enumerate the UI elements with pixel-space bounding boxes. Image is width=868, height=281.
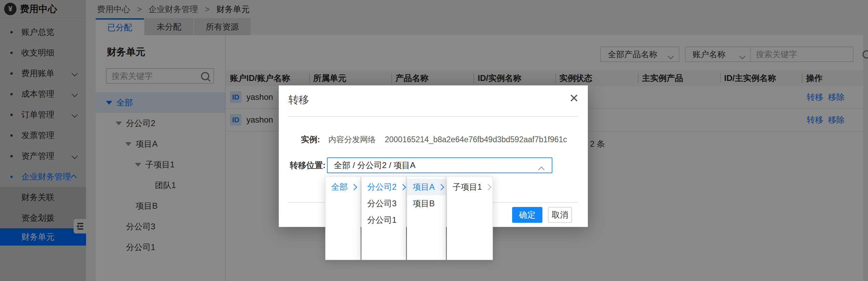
cascader-column-1: 全部 <box>325 176 361 260</box>
modal-header-divider <box>288 116 578 117</box>
chevron-right-icon <box>351 184 357 190</box>
instance-row: 实例: 内容分发网络 2000165214_b8a2e64e76fb49d3bd… <box>301 134 567 145</box>
cascader-option-label: 分公司1 <box>367 215 396 226</box>
transfer-position-value: 全部 / 分公司2 / 项目A <box>334 160 415 171</box>
instance-label: 实例: <box>301 134 320 145</box>
cascader-column-4: 子项目1 <box>447 176 493 260</box>
cancel-button[interactable]: 取消 <box>548 207 572 223</box>
billing-center-app: ¥ 费用中心 账户总览 收支明细 费用账单 成本管理 <box>0 0 868 281</box>
instance-id: 2000165214_b8a2e64e76fb49d3bd592aaf7b1f9… <box>385 135 567 144</box>
cascader-option-label: 分公司3 <box>367 198 396 209</box>
modal-title: 转移 <box>288 93 309 107</box>
transfer-position-label: 转移位置: <box>290 160 326 171</box>
cascader-option-project-a[interactable]: 项目A <box>407 179 446 195</box>
cascader-option-label: 项目A <box>413 181 435 192</box>
cascader-column-2: 分公司2 分公司3 分公司1 <box>361 176 406 260</box>
cascader-option-branch3[interactable]: 分公司3 <box>362 195 406 212</box>
chevron-up-icon <box>540 164 544 174</box>
chevron-right-icon <box>438 184 444 190</box>
cascader-option-subproject1[interactable]: 子项目1 <box>447 179 493 195</box>
cascader-option-label: 项目B <box>413 198 435 209</box>
cascader-column-3: 项目A 项目B <box>407 176 446 260</box>
chevron-right-icon <box>485 184 491 190</box>
cascader-option-branch2[interactable]: 分公司2 <box>362 179 406 195</box>
cascader-option-all[interactable]: 全部 <box>326 179 360 195</box>
cascader-option-label: 子项目1 <box>453 181 482 192</box>
instance-product: 内容分发网络 <box>328 134 376 145</box>
cascader-option-label: 全部 <box>331 181 348 192</box>
confirm-button[interactable]: 确定 <box>512 207 542 223</box>
close-icon[interactable]: ✕ <box>569 92 579 104</box>
cascader-option-project-b[interactable]: 项目B <box>407 195 446 212</box>
chevron-right-icon <box>400 184 406 190</box>
transfer-position-select[interactable]: 全部 / 分公司2 / 项目A <box>327 157 552 173</box>
cascader-option-branch1[interactable]: 分公司1 <box>362 212 406 228</box>
cascader-option-label: 分公司2 <box>367 181 396 192</box>
